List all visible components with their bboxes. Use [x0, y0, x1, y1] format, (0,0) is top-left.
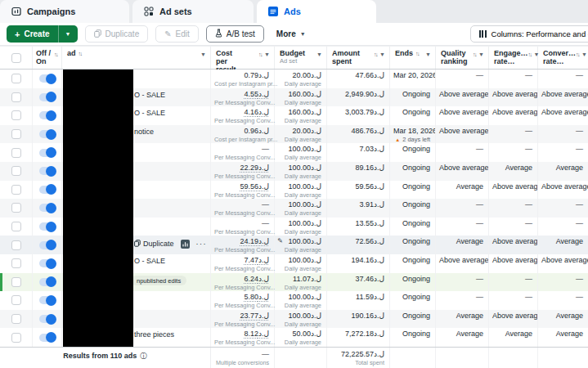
budget-sublabel: Daily average — [278, 99, 321, 107]
budget-value: 20.00ل.د — [278, 127, 321, 136]
results-summary: Results from 110 ads ⓘ — [0, 348, 211, 368]
create-dropdown-button[interactable]: ▼ — [59, 25, 78, 43]
conversion-rate-value: Above average — [541, 182, 583, 191]
budget-cell: 11.07ل.دDaily average — [275, 273, 327, 292]
row-checkbox[interactable] — [11, 74, 21, 83]
cost-per-result-value[interactable]: 4.16ل.د — [214, 108, 269, 117]
chart-icon[interactable] — [181, 240, 190, 249]
cost-per-result-value[interactable]: 59.56ل.د — [214, 182, 269, 191]
footer-cell — [390, 348, 436, 368]
row-on-off-toggle[interactable] — [39, 315, 56, 323]
row-checkbox[interactable] — [11, 92, 21, 102]
cost-per-result-value[interactable]: 7.47ل.د — [214, 256, 269, 265]
ab-test-button[interactable]: A/B test — [206, 25, 264, 43]
row-on-off-toggle[interactable] — [39, 296, 56, 304]
amount-spent-value: 72.56ل.د — [330, 237, 384, 246]
edit-value-icon[interactable]: ✎ — [277, 237, 283, 245]
conversion-rate-value: — — [541, 275, 583, 284]
ends-cell: Mar 18, 2026▲2 days left — [390, 125, 436, 144]
cost-per-result-value[interactable]: 22.29ل.د — [214, 164, 269, 173]
ends-value: Ongoing — [393, 275, 430, 284]
row-checkbox[interactable] — [11, 110, 21, 120]
quality-ranking-value: — — [439, 71, 483, 80]
tab-campaigns[interactable]: Campaigns — [0, 0, 129, 23]
row-on-off-toggle[interactable] — [39, 130, 56, 138]
ab-test-button-label: A/B test — [227, 29, 255, 38]
engagement-rate-value: — — [492, 71, 532, 80]
more-options-button[interactable]: ··· — [196, 240, 208, 248]
row-on-off-toggle[interactable] — [39, 204, 56, 212]
duplicate-row-button[interactable]: Duplicate — [134, 240, 174, 249]
column-header-ends[interactable]: Ends ↑↓ ▼ — [390, 47, 436, 69]
row-checkbox[interactable] — [11, 129, 21, 139]
tab-ads[interactable]: Ads — [257, 0, 376, 23]
column-header-ad[interactable]: ad ↑↓ ▼ — [62, 47, 211, 69]
column-header-amount-spent[interactable]: Amount spent ↑↓▼ — [327, 47, 390, 69]
create-button[interactable]: + Create — [7, 25, 58, 43]
campaign-level-tabs: Campaigns Ad sets Ads — [0, 0, 588, 23]
conversion-rate-cell: — — [538, 143, 588, 162]
cost-per-result-value[interactable]: 4.55ل.د — [214, 90, 269, 99]
row-on-off-toggle[interactable] — [39, 111, 56, 119]
edit-button[interactable]: ✎ Edit — [155, 25, 199, 43]
columns-button[interactable]: Columns: Performance and - — [470, 25, 588, 43]
plus-icon: + — [15, 29, 20, 39]
row-checkbox[interactable] — [11, 166, 21, 176]
cost-per-result-value[interactable]: 8.12ل.د — [214, 330, 269, 339]
row-on-off-toggle[interactable] — [39, 222, 56, 231]
cost-per-result-sublabel: Per Messaging Conv... — [214, 173, 269, 181]
column-header-conversion-rate[interactable]: Conver… rate… ↑↓▼ — [538, 47, 588, 69]
row-checkbox[interactable] — [11, 314, 21, 324]
copy-icon — [94, 29, 101, 39]
row-toggle-cell — [33, 328, 62, 347]
row-on-off-toggle[interactable] — [39, 167, 56, 175]
row-checkbox[interactable] — [11, 203, 21, 213]
row-checkbox[interactable] — [11, 148, 21, 158]
column-header-cost-per-result[interactable]: Cost per result ↑↓▼ — [211, 47, 275, 69]
info-icon[interactable]: ⓘ — [140, 352, 147, 361]
row-checkbox[interactable] — [11, 240, 21, 250]
amount-spent-cell: 13.55ل.د — [327, 218, 390, 236]
select-all-checkbox[interactable] — [11, 53, 21, 63]
column-header-engagement-rate[interactable]: Engage… rate… ↑↓▼ — [489, 47, 538, 69]
row-select-cell — [0, 310, 33, 329]
row-checkbox[interactable] — [11, 222, 21, 231]
ends-value: Ongoing — [393, 256, 430, 265]
tab-ad-sets[interactable]: Ad sets — [132, 0, 254, 23]
row-checkbox[interactable] — [11, 333, 21, 343]
cost-per-result-value[interactable]: 23.77ل.د — [214, 312, 269, 321]
row-on-off-toggle[interactable] — [39, 278, 56, 286]
row-checkbox[interactable] — [11, 295, 21, 305]
more-button[interactable]: More ▼ — [272, 29, 311, 38]
amount-spent-value: 13.55ل.د — [330, 219, 384, 228]
row-on-off-toggle[interactable] — [39, 259, 56, 267]
row-checkbox[interactable] — [11, 185, 21, 195]
budget-value: 100.00ل.د — [278, 293, 321, 302]
quality-ranking-cell: — — [436, 218, 489, 236]
row-on-off-toggle[interactable] — [39, 93, 56, 101]
cost-per-result-value[interactable]: 24.19ل.د — [214, 237, 269, 246]
sort-icon: ↑↓ — [528, 52, 532, 57]
row-on-off-toggle[interactable] — [39, 334, 56, 342]
engagement-rate-value: Above average — [492, 237, 532, 246]
tab-label: Campaigns — [27, 7, 75, 16]
row-on-off-toggle[interactable] — [39, 149, 56, 157]
column-header-quality-ranking[interactable]: Quality ranking ↑↓▼ — [436, 47, 489, 69]
row-on-off-toggle[interactable] — [39, 241, 56, 249]
cost-per-result-value[interactable]: 5.80ل.د — [214, 293, 269, 302]
row-checkbox[interactable] — [11, 258, 21, 268]
duplicate-button[interactable]: Duplicate — [85, 25, 149, 43]
column-header-budget[interactable]: Budget Ad set ▼ — [275, 47, 327, 69]
column-label: Amount spent — [332, 49, 358, 65]
engagement-rate-cell: — — [489, 70, 538, 88]
row-on-off-toggle[interactable] — [39, 186, 56, 194]
budget-sublabel: Daily average — [278, 136, 321, 144]
quality-ranking-cell: — — [436, 143, 489, 162]
engagement-rate-cell: — — [489, 218, 538, 236]
quality-ranking-cell: Above average — [436, 254, 489, 273]
row-checkbox[interactable] — [11, 277, 21, 287]
row-on-off-toggle[interactable] — [39, 74, 56, 83]
cost-per-result-value[interactable]: 6.24ل.د — [214, 275, 269, 284]
column-header-off-on[interactable]: Off / On ↑↓ — [33, 47, 62, 69]
budget-cell: 20.00ل.دDaily average — [275, 70, 327, 88]
